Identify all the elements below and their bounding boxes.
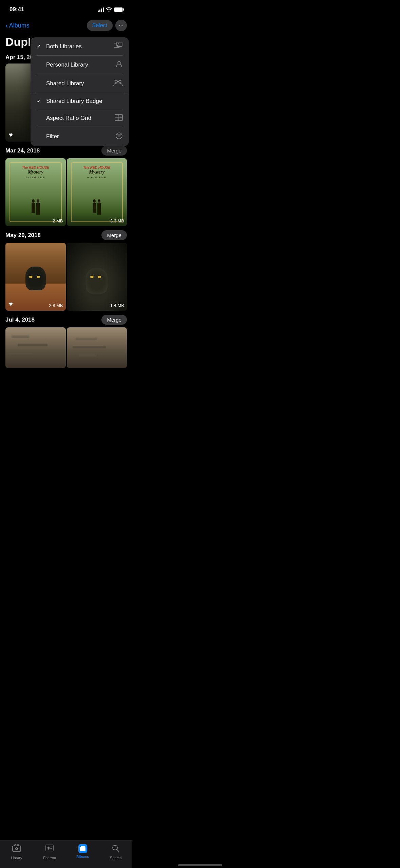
dropdown-label: Shared Library bbox=[46, 80, 111, 87]
date-section-jul-2018: Jul 4, 2018 Merge bbox=[5, 311, 127, 327]
status-bar: 09:41 bbox=[0, 0, 132, 17]
dropdown-item-aspect-ratio-grid[interactable]: ✓ Aspect Ratio Grid bbox=[31, 109, 129, 127]
photo-stone2[interactable] bbox=[67, 327, 127, 368]
svg-point-4 bbox=[115, 80, 118, 83]
photo-pair-jul-2018 bbox=[5, 327, 127, 368]
photo-cat2b[interactable]: 1.4 MB bbox=[67, 243, 127, 311]
svg-point-5 bbox=[119, 80, 121, 83]
heart-icon: ♥ bbox=[9, 131, 13, 139]
check-icon: ✓ bbox=[37, 98, 45, 104]
dropdown-label: Both Libraries bbox=[46, 43, 111, 50]
photo-stone1[interactable] bbox=[5, 327, 66, 368]
date-section-may-2018: May 29, 2018 Merge bbox=[5, 226, 127, 243]
dropdown-item-shared-library-badge[interactable]: ✓ Shared Library Badge bbox=[31, 93, 129, 109]
aspect-ratio-icon bbox=[115, 114, 123, 123]
date-label: Jul 4, 2018 bbox=[5, 317, 35, 323]
wifi-icon bbox=[106, 7, 112, 13]
nav-bar: ‹ Albums Select ··· bbox=[0, 17, 132, 34]
dropdown-item-both-libraries[interactable]: ✓ Both Libraries bbox=[31, 37, 129, 55]
merge-button-jul-2018[interactable]: Merge bbox=[101, 315, 127, 325]
photo-pair-mar-2018: The RED HOUSE Mystery A·A·MILNE 2 MB bbox=[5, 158, 127, 226]
dropdown-item-personal-library[interactable]: ✓ Personal Library bbox=[31, 55, 129, 74]
check-icon: ✓ bbox=[37, 43, 45, 50]
photo-book1[interactable]: The RED HOUSE Mystery A·A·MILNE 2 MB bbox=[5, 158, 66, 226]
photo-size: 3.3 MB bbox=[110, 218, 124, 223]
svg-point-2 bbox=[118, 43, 119, 44]
filter-icon bbox=[115, 132, 123, 141]
dropdown-label: Personal Library bbox=[46, 61, 113, 68]
dropdown-label: Aspect Ratio Grid bbox=[46, 115, 112, 122]
battery-icon bbox=[114, 7, 123, 12]
date-label: May 29, 2018 bbox=[5, 232, 41, 239]
photo-cat2a[interactable]: ♥ 2.8 MB bbox=[5, 243, 66, 311]
photo-size: 2.8 MB bbox=[49, 303, 63, 308]
svg-point-3 bbox=[118, 61, 120, 64]
photo-book2[interactable]: The RED HOUSE Mystery A·A·MILNE 3.3 MB bbox=[67, 158, 127, 226]
merge-button-may-2018[interactable]: Merge bbox=[101, 230, 127, 240]
heart-icon: ♥ bbox=[9, 300, 13, 308]
photo-size: 1.4 MB bbox=[110, 303, 124, 308]
status-time: 09:41 bbox=[9, 6, 24, 13]
merge-button-mar-2018[interactable]: Merge bbox=[101, 146, 127, 156]
person-icon bbox=[115, 60, 123, 69]
dropdown-menu: ✓ Both Libraries ✓ Personal Library ✓ Sh… bbox=[31, 37, 129, 146]
image-double-icon bbox=[114, 42, 123, 51]
date-label: Mar 24, 2018 bbox=[5, 147, 40, 154]
back-label: Albums bbox=[9, 22, 30, 29]
dropdown-item-filter[interactable]: ✓ Filter bbox=[31, 127, 129, 146]
chevron-left-icon: ‹ bbox=[5, 22, 8, 30]
photo-pair-may-2018: ♥ 2.8 MB 1.4 MB bbox=[5, 243, 127, 311]
more-button[interactable]: ··· bbox=[115, 20, 127, 31]
dropdown-label: Shared Library Badge bbox=[46, 98, 123, 105]
nav-actions: Select ··· bbox=[87, 20, 127, 31]
select-button[interactable]: Select bbox=[87, 20, 113, 31]
photo-size: 2 MB bbox=[53, 218, 63, 223]
dropdown-label: Filter bbox=[46, 133, 113, 140]
back-button[interactable]: ‹ Albums bbox=[5, 22, 30, 30]
status-icons bbox=[98, 7, 123, 13]
signal-icon bbox=[98, 7, 104, 12]
person-double-icon bbox=[113, 79, 123, 88]
dropdown-item-shared-library[interactable]: ✓ Shared Library bbox=[31, 74, 129, 93]
